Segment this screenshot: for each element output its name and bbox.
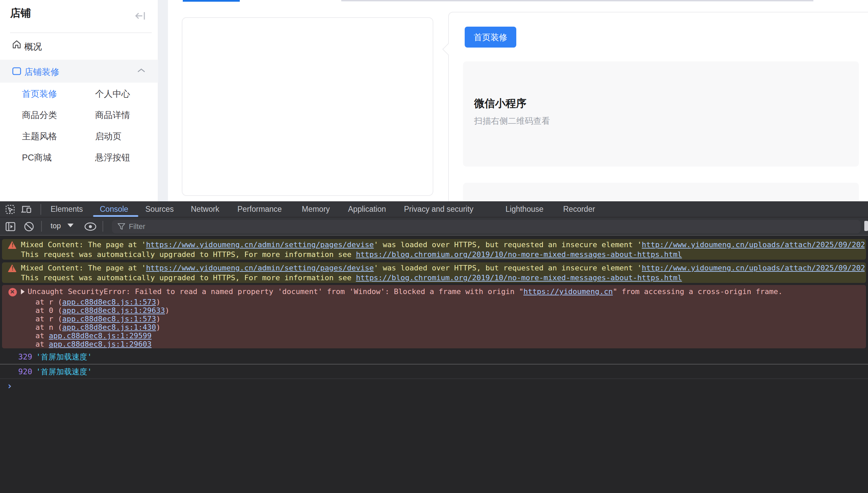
console-link[interactable]: https://blog.chromium.org/2019/10/no-mor… (356, 274, 682, 282)
sidebar-title: 店铺 (10, 6, 31, 20)
stack-frame: at app.c88d8ec8.js:1:29599 (36, 331, 169, 340)
preview-side-panel: 首页装修 微信小程序 扫描右侧二维码查看 (448, 12, 868, 201)
warning-text: This request was automatically upgraded … (21, 250, 356, 259)
warning-text: Mixed Content: The page at ' (21, 240, 146, 249)
error-text: Uncaught SecurityError: Failed to read a… (28, 287, 523, 296)
tab-sources[interactable]: Sources (145, 205, 174, 214)
submenu-pc-mall[interactable]: PC商城 (22, 152, 51, 163)
live-expression-eye-icon[interactable] (84, 222, 97, 231)
error-text: " from accessing a cross-origin frame. (613, 287, 782, 296)
error-stack: at r (app.c88d8ec8.js:1:573) at 0 (app.c… (36, 298, 169, 348)
wechat-card-subtitle: 扫描右侧二维码查看 (474, 115, 550, 126)
divider (10, 33, 152, 33)
inspect-element-icon[interactable] (5, 205, 15, 214)
separator (103, 221, 103, 232)
console-sidebar-icon[interactable] (5, 221, 16, 232)
clear-console-icon[interactable] (24, 221, 35, 232)
submenu-goods-detail[interactable]: 商品详情 (95, 110, 130, 120)
console-log-row[interactable]: 920 '首屏加载速度' (0, 365, 868, 378)
submenu-theme-style[interactable]: 主题风格 (22, 131, 57, 141)
console-link[interactable]: http://www.yidoumeng.cn/uploads/attach/2… (642, 264, 865, 272)
window-icon (12, 67, 21, 75)
sidebar-item-overview[interactable]: 概况 (0, 37, 158, 55)
warning-icon (8, 241, 17, 249)
wechat-card-title: 微信小程序 (474, 97, 526, 111)
tab-elements[interactable]: Elements (50, 205, 83, 214)
error-icon (8, 288, 17, 296)
console-link[interactable]: https://www.yidoumeng.cn/admin/setting/p… (146, 240, 374, 249)
submenu-goods-category[interactable]: 商品分类 (22, 110, 57, 120)
sidebar-gutter (158, 0, 168, 201)
stack-frame: at n (app.c88d8ec8.js:1:430) (36, 323, 169, 331)
chevron-down-icon (67, 223, 73, 227)
source-link[interactable]: app.c88d8ec8.js:1:573 (62, 298, 156, 306)
source-link[interactable]: app.c88d8ec8.js:1:573 (62, 315, 156, 323)
row-divider (0, 378, 868, 379)
second-preview-card (463, 183, 859, 201)
console-prompt-chevron[interactable]: › (7, 380, 13, 391)
tab-console[interactable]: Console (100, 205, 128, 214)
submenu-personal-center[interactable]: 个人中心 (95, 89, 130, 99)
collapse-sidebar-icon[interactable] (135, 11, 146, 21)
console-error-message[interactable]: Uncaught SecurityError: Failed to read a… (2, 285, 866, 348)
device-toolbar-icon[interactable] (21, 205, 32, 214)
expand-triangle-icon[interactable] (21, 289, 25, 294)
sidebar-item-label: 概况 (24, 41, 42, 52)
tab-application[interactable]: Application (348, 205, 386, 214)
home-decoration-button[interactable]: 首页装修 (465, 27, 516, 47)
tab-lighthouse[interactable]: Lighthouse (505, 205, 544, 214)
active-tab-underline (93, 215, 138, 217)
stack-frame: at app.c88d8ec8.js:1:29603 (36, 340, 169, 348)
console-link[interactable]: https://yidoumeng.cn (523, 287, 613, 296)
source-link[interactable]: app.c88d8ec8.js:1:29599 (49, 331, 152, 340)
source-link[interactable]: app.c88d8ec8.js:1:430 (62, 323, 156, 331)
warning-icon (8, 264, 17, 272)
log-string: '首屏加载速度' (36, 350, 92, 364)
stack-frame: at r (app.c88d8ec8.js:1:573) (36, 298, 169, 306)
tab-privacy-security[interactable]: Privacy and security (404, 205, 474, 214)
separator (41, 204, 41, 215)
console-messages: Mixed Content: The page at 'https://www.… (0, 236, 868, 493)
sidebar-item-decoration[interactable]: 店铺装修 (0, 60, 158, 83)
log-string: '首屏加载速度' (36, 365, 92, 378)
sidebar-item-label: 店铺装修 (24, 66, 59, 78)
top-tab-indicator (183, 0, 240, 2)
log-count: 920 (18, 365, 32, 378)
console-link[interactable]: https://blog.chromium.org/2019/10/no-mor… (356, 250, 682, 259)
devtools-tab-bar: Elements Console Sources Network Perform… (0, 201, 868, 217)
home-icon (12, 40, 21, 49)
submenu-home-decoration[interactable]: 首页装修 (22, 89, 57, 99)
submenu-floating-button[interactable]: 悬浮按钮 (95, 152, 130, 163)
chevron-up-icon (137, 68, 146, 73)
submenu-launch-page[interactable]: 启动页 (95, 131, 122, 141)
console-warning-message[interactable]: Mixed Content: The page at 'https://www.… (2, 262, 866, 283)
top-edge-light-strip (341, 0, 813, 1)
console-toolbar: top Filter (0, 217, 868, 236)
filter-funnel-icon (117, 223, 126, 230)
filter-input[interactable]: Filter (112, 220, 861, 233)
warning-text: ' was loaded over HTTPS, but requested a… (374, 264, 642, 272)
tab-recorder[interactable]: Recorder (563, 205, 595, 214)
panel-notch (442, 43, 455, 56)
cutoff-toolbar-icon (864, 221, 868, 231)
source-link[interactable]: app.c88d8ec8.js:1:29603 (49, 340, 152, 348)
shop-sidebar: 店铺 概况 店铺装修 (0, 0, 158, 201)
console-warning-message[interactable]: Mixed Content: The page at 'https://www.… (2, 239, 866, 260)
console-link[interactable]: https://www.yidoumeng.cn/admin/setting/p… (146, 264, 374, 272)
console-link[interactable]: http://www.yidoumeng.cn/uploads/attach/2… (642, 240, 865, 249)
tab-memory[interactable]: Memory (302, 205, 330, 214)
row-divider (0, 364, 868, 365)
warning-text: ' was loaded over HTTPS, but requested a… (374, 240, 642, 249)
console-log-row[interactable]: 329 '首屏加载速度' (0, 350, 868, 364)
source-link[interactable]: app.c88d8ec8.js:1:29633 (62, 306, 165, 315)
stack-frame: at r (app.c88d8ec8.js:1:573) (36, 315, 169, 323)
filter-placeholder: Filter (129, 222, 145, 231)
admin-page: 店铺 概况 店铺装修 (0, 0, 868, 201)
screen: 店铺 概况 店铺装修 (0, 0, 868, 493)
log-count: 329 (18, 350, 32, 364)
tab-network[interactable]: Network (191, 205, 219, 214)
separator (41, 221, 42, 232)
tab-performance[interactable]: Performance (237, 205, 282, 214)
wechat-miniprogram-card: 微信小程序 扫描右侧二维码查看 (463, 61, 859, 167)
context-selector[interactable]: top (50, 221, 61, 230)
